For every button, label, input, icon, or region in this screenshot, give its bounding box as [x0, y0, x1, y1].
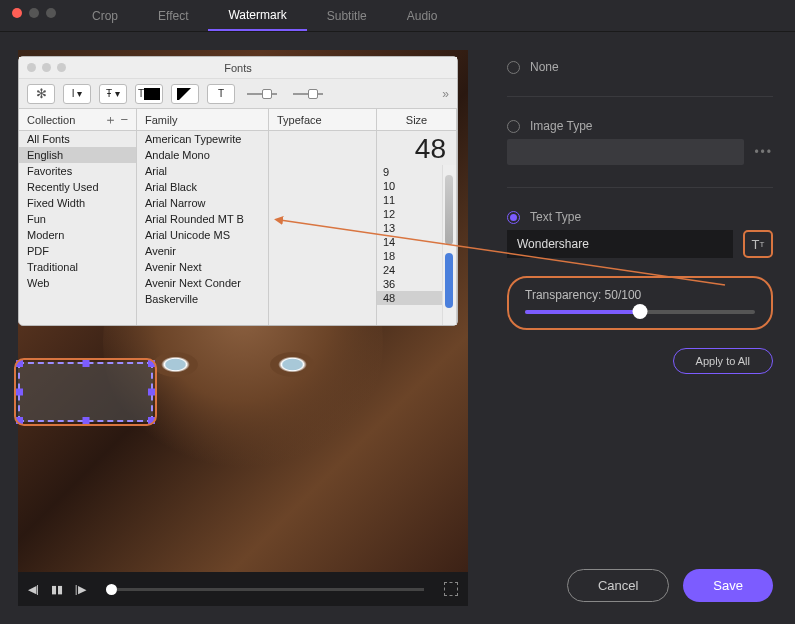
size-item[interactable]: 9: [377, 165, 442, 179]
collection-list[interactable]: All FontsEnglishFavoritesRecently UsedFi…: [19, 131, 137, 325]
size-item[interactable]: 13: [377, 221, 442, 235]
watermark-text-input[interactable]: [507, 230, 733, 258]
family-item[interactable]: American Typewrite: [137, 131, 268, 147]
header-size: Size: [377, 109, 457, 130]
header-family: Family: [137, 109, 269, 130]
current-size-display[interactable]: 48: [377, 131, 456, 165]
family-list[interactable]: American TypewriteAndale MonoArialArial …: [137, 131, 269, 325]
cancel-button[interactable]: Cancel: [567, 569, 669, 602]
family-item[interactable]: Avenir: [137, 243, 268, 259]
expand-toolbar-icon[interactable]: »: [442, 87, 449, 101]
family-item[interactable]: Avenir Next Conder: [137, 275, 268, 291]
resize-handle[interactable]: [16, 360, 23, 367]
resize-handle[interactable]: [148, 417, 155, 424]
fullscreen-icon[interactable]: [444, 582, 458, 596]
tab-audio[interactable]: Audio: [387, 2, 458, 30]
resize-handle[interactable]: [148, 360, 155, 367]
watermark-none-option[interactable]: None: [507, 60, 773, 74]
text-effects-tool[interactable]: T: [207, 84, 235, 104]
collection-item[interactable]: Web: [19, 275, 136, 291]
apply-to-all-button[interactable]: Apply to All: [673, 348, 773, 374]
browse-image-button[interactable]: •••: [754, 145, 773, 159]
resize-handle[interactable]: [82, 360, 89, 367]
family-item[interactable]: Arial Unicode MS: [137, 227, 268, 243]
panel-min-dot[interactable]: [42, 63, 51, 72]
image-path-field[interactable]: [507, 139, 744, 165]
size-list[interactable]: 9101112131418243648: [377, 165, 442, 325]
seek-thumb[interactable]: [106, 584, 117, 595]
family-item[interactable]: Andale Mono: [137, 147, 268, 163]
resize-handle[interactable]: [148, 389, 155, 396]
panel-zoom-dot[interactable]: [57, 63, 66, 72]
fonts-panel-title: Fonts: [224, 62, 252, 74]
transparency-control: Transparency: 50/100: [507, 276, 773, 330]
collection-item[interactable]: Fixed Width: [19, 195, 136, 211]
transparency-slider[interactable]: [525, 310, 755, 314]
tab-watermark[interactable]: Watermark: [208, 1, 306, 31]
bg-color-tool[interactable]: [171, 84, 199, 104]
add-collection-icon[interactable]: ＋ −: [104, 111, 128, 129]
collection-item[interactable]: All Fonts: [19, 131, 136, 147]
gear-icon[interactable]: [27, 84, 55, 104]
font-settings-button[interactable]: TT: [743, 230, 773, 258]
typeface-list[interactable]: [269, 131, 377, 325]
tab-subtitle[interactable]: Subtitle: [307, 2, 387, 30]
resize-handle[interactable]: [16, 417, 23, 424]
collection-item[interactable]: Favorites: [19, 163, 136, 179]
slider-thumb[interactable]: [633, 304, 648, 319]
fonts-panel[interactable]: Fonts I ▾ Ŧ ▾ T T » Collection＋ − Family…: [18, 56, 458, 326]
collection-item[interactable]: Traditional: [19, 259, 136, 275]
size-item[interactable]: 10: [377, 179, 442, 193]
size-item[interactable]: 18: [377, 249, 442, 263]
option-label: Text Type: [530, 210, 581, 224]
collection-item[interactable]: English: [19, 147, 136, 163]
family-item[interactable]: Avenir Next: [137, 259, 268, 275]
editor-tabs: Crop Effect Watermark Subtitle Audio: [0, 0, 795, 32]
collection-item[interactable]: Fun: [19, 211, 136, 227]
size-item[interactable]: 48: [377, 291, 442, 305]
panel-close-dot[interactable]: [27, 63, 36, 72]
watermark-image-option[interactable]: Image Type: [507, 119, 773, 133]
window-controls: [12, 8, 56, 18]
seek-track[interactable]: [106, 588, 424, 591]
resize-handle[interactable]: [82, 417, 89, 424]
text-color-tool[interactable]: T: [135, 84, 163, 104]
video-playbar: ◀| ▮▮ |▶: [18, 572, 468, 606]
minimize-window-dot[interactable]: [29, 8, 39, 18]
family-item[interactable]: Arial Black: [137, 179, 268, 195]
save-button[interactable]: Save: [683, 569, 773, 602]
zoom-window-dot[interactable]: [46, 8, 56, 18]
size-item[interactable]: 36: [377, 277, 442, 291]
play-pause-button[interactable]: ▮▮: [51, 583, 63, 596]
watermark-bounding-box[interactable]: [18, 362, 153, 422]
radio-icon: [507, 61, 520, 74]
tab-crop[interactable]: Crop: [72, 2, 138, 30]
size-item[interactable]: 14: [377, 235, 442, 249]
option-label: None: [530, 60, 559, 74]
collection-item[interactable]: Recently Used: [19, 179, 136, 195]
prev-frame-button[interactable]: ◀|: [28, 583, 39, 596]
family-item[interactable]: Arial Narrow: [137, 195, 268, 211]
size-item[interactable]: 12: [377, 207, 442, 221]
fonts-panel-titlebar[interactable]: Fonts: [19, 57, 457, 79]
family-item[interactable]: Arial: [137, 163, 268, 179]
family-item[interactable]: Baskerville: [137, 291, 268, 307]
size-column: 48 9101112131418243648: [377, 131, 457, 325]
strike-tool[interactable]: Ŧ ▾: [99, 84, 127, 104]
watermark-text-option[interactable]: Text Type: [507, 210, 773, 224]
family-item[interactable]: Arial Rounded MT B: [137, 211, 268, 227]
tab-effect[interactable]: Effect: [138, 2, 208, 30]
size-item[interactable]: 24: [377, 263, 442, 277]
resize-handle[interactable]: [16, 389, 23, 396]
close-window-dot[interactable]: [12, 8, 22, 18]
kerning-slider[interactable]: [247, 93, 277, 95]
next-frame-button[interactable]: |▶: [75, 583, 86, 596]
size-scrollbar[interactable]: [442, 165, 456, 325]
size-item[interactable]: 11: [377, 193, 442, 207]
underline-tool[interactable]: I ▾: [63, 84, 91, 104]
collection-item[interactable]: PDF: [19, 243, 136, 259]
watermark-side-panel: None Image Type ••• Text Type TT: [485, 32, 795, 624]
collection-item[interactable]: Modern: [19, 227, 136, 243]
baseline-slider[interactable]: [293, 93, 323, 95]
header-collection: Collection: [27, 114, 75, 126]
